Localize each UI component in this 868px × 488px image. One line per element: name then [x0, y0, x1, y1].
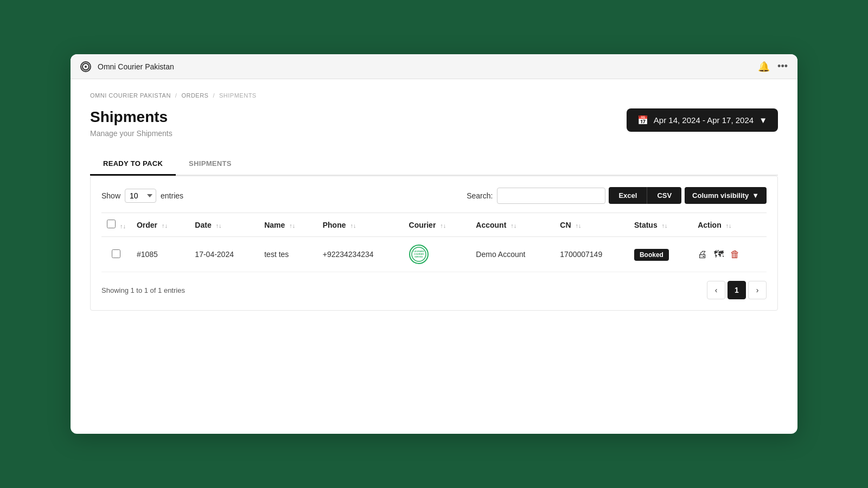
- cell-account: Demo Account: [470, 237, 554, 272]
- row-checkbox-cell: [101, 237, 131, 272]
- cell-date: 17-04-2024: [189, 237, 259, 272]
- sort-icon-cn[interactable]: ↑↓: [575, 222, 581, 229]
- csv-button[interactable]: CSV: [647, 187, 681, 204]
- titlebar: Omni Courier Pakistan 🔔 •••: [71, 54, 797, 79]
- sort-icon-order[interactable]: ↑↓: [162, 222, 168, 229]
- show-entries: Show 10 25 50 100 entries: [101, 189, 183, 203]
- date-picker-button[interactable]: 📅 Apr 14, 2024 - Apr 17, 2024 ▼: [627, 108, 778, 132]
- titlebar-actions: 🔔 •••: [758, 61, 788, 73]
- page-1-button[interactable]: 1: [727, 281, 746, 299]
- app-title: Omni Courier Pakistan: [98, 62, 751, 71]
- col-order[interactable]: Order ↑↓: [131, 213, 189, 237]
- sort-icon-phone[interactable]: ↑↓: [350, 222, 356, 229]
- page-header-left: Shipments Manage your Shipments: [90, 108, 173, 138]
- showing-entries: Showing 1 to 1 of 1 entries: [101, 286, 185, 294]
- cell-phone: +92234234234: [317, 237, 404, 272]
- date-picker-chevron: ▼: [759, 115, 767, 125]
- search-label: Search:: [467, 191, 493, 200]
- table-footer: Showing 1 to 1 of 1 entries ‹ 1 ›: [101, 281, 767, 299]
- entries-label: entries: [161, 191, 183, 200]
- column-visibility-label: Column visibility: [692, 191, 749, 200]
- page-title: Shipments: [90, 108, 173, 126]
- column-visibility-button[interactable]: Column visibility ▼: [685, 187, 767, 204]
- courier-logo: LEOPARD COURIER SERVICE: [409, 245, 429, 264]
- tab-shipments[interactable]: SHIPMENTS: [176, 153, 245, 176]
- select-all-checkbox[interactable]: [107, 220, 116, 228]
- search-area: Search:: [467, 188, 605, 204]
- calendar-icon: 📅: [637, 115, 648, 125]
- tabs-container: READY TO PACK SHIPMENTS: [90, 153, 778, 176]
- prev-page-button[interactable]: ‹: [707, 281, 725, 299]
- export-buttons: Excel CSV: [609, 187, 681, 204]
- excel-button[interactable]: Excel: [609, 187, 647, 204]
- breadcrumb-sep1: /: [175, 92, 177, 99]
- app-icon: [80, 61, 91, 72]
- right-controls: Search: Excel CSV Column visibility ▼: [467, 187, 767, 204]
- svg-text:COURIER: COURIER: [413, 253, 424, 255]
- sort-icon-name[interactable]: ↑↓: [289, 222, 295, 229]
- print-icon[interactable]: 🖨: [698, 249, 707, 260]
- sort-icon-account[interactable]: ↑↓: [510, 222, 516, 229]
- column-visibility-chevron: ▼: [752, 191, 759, 200]
- breadcrumb: OMNI COURIER PAKISTAN / ORDERS / SHIPMEN…: [90, 92, 778, 99]
- col-account[interactable]: Account ↑↓: [470, 213, 554, 237]
- breadcrumb-sep2: /: [213, 92, 215, 99]
- col-courier[interactable]: Courier ↑↓: [404, 213, 471, 237]
- cell-status: Booked: [629, 237, 692, 272]
- show-label: Show: [101, 191, 120, 200]
- delete-icon[interactable]: 🗑: [730, 249, 740, 260]
- breadcrumb-orders[interactable]: ORDERS: [181, 92, 208, 99]
- col-action[interactable]: Action ↑↓: [692, 213, 767, 237]
- next-page-button[interactable]: ›: [748, 281, 767, 299]
- pagination: ‹ 1 ›: [707, 281, 767, 299]
- cell-courier: LEOPARD COURIER SERVICE: [404, 237, 471, 272]
- entries-select[interactable]: 10 25 50 100: [125, 189, 156, 203]
- select-all-header: ↑↓: [101, 213, 131, 237]
- date-range-label: Apr 14, 2024 - Apr 17, 2024: [654, 115, 754, 125]
- sort-icon-action[interactable]: ↑↓: [726, 222, 732, 229]
- cell-name: test tes: [259, 237, 317, 272]
- sort-icon-date[interactable]: ↑↓: [216, 222, 222, 229]
- col-phone[interactable]: Phone ↑↓: [317, 213, 404, 237]
- shipments-table: ↑↓ Order ↑↓ Date ↑↓ Name ↑↓ Phone ↑↓ Cou…: [101, 213, 767, 272]
- status-badge: Booked: [634, 249, 669, 261]
- col-date[interactable]: Date ↑↓: [189, 213, 259, 237]
- notification-icon[interactable]: 🔔: [758, 61, 770, 73]
- tab-ready-to-pack[interactable]: READY TO PACK: [90, 153, 176, 176]
- app-window: Omni Courier Pakistan 🔔 ••• OMNI COURIER…: [71, 54, 797, 434]
- svg-text:SERVICE: SERVICE: [414, 256, 423, 258]
- main-content: OMNI COURIER PAKISTAN / ORDERS / SHIPMEN…: [71, 79, 797, 330]
- page-header: Shipments Manage your Shipments 📅 Apr 14…: [90, 108, 778, 138]
- table-section: Show 10 25 50 100 entries Search:: [90, 176, 778, 311]
- col-cn[interactable]: CN ↑↓: [554, 213, 629, 237]
- sort-icon-courier[interactable]: ↑↓: [440, 222, 446, 229]
- more-options-icon[interactable]: •••: [777, 61, 788, 72]
- breadcrumb-current: SHIPMENTS: [219, 92, 257, 99]
- table-controls: Show 10 25 50 100 entries Search:: [101, 187, 767, 204]
- page-subtitle: Manage your Shipments: [90, 129, 173, 138]
- cell-order: #1085: [131, 237, 189, 272]
- map-icon[interactable]: 🗺: [714, 249, 724, 260]
- col-status[interactable]: Status ↑↓: [629, 213, 692, 237]
- sort-icon-status[interactable]: ↑↓: [662, 222, 668, 229]
- col-name[interactable]: Name ↑↓: [259, 213, 317, 237]
- breadcrumb-home[interactable]: OMNI COURIER PAKISTAN: [90, 92, 171, 99]
- action-icons: 🖨 🗺 🗑: [698, 249, 761, 260]
- table-row: #1085 17-04-2024 test tes +92234234234 L…: [101, 237, 767, 272]
- cell-cn: 1700007149: [554, 237, 629, 272]
- cell-action: 🖨 🗺 🗑: [692, 237, 767, 272]
- svg-point-1: [85, 66, 87, 68]
- sort-icon-all[interactable]: ↑↓: [120, 223, 126, 229]
- row-checkbox[interactable]: [112, 249, 120, 258]
- search-input[interactable]: [497, 188, 605, 204]
